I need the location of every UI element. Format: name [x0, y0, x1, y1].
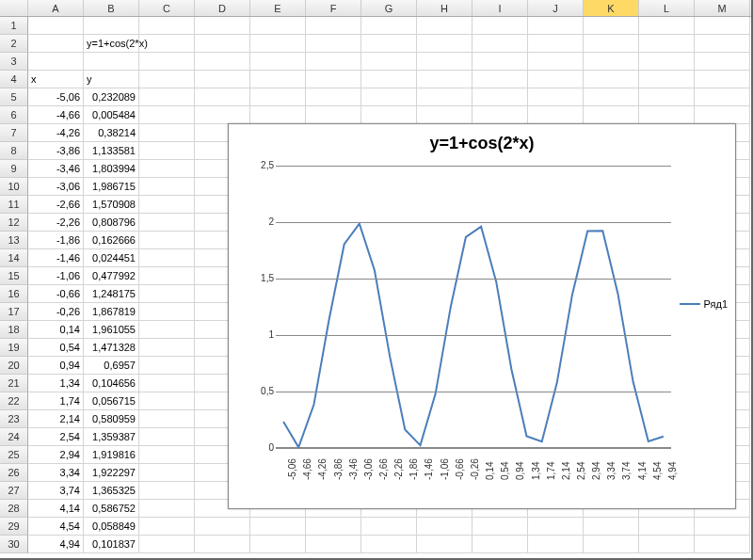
- col-header-M[interactable]: M: [695, 0, 750, 16]
- cell-A8[interactable]: -3,86: [28, 142, 84, 160]
- cell-J1[interactable]: [528, 17, 584, 35]
- cell-I29[interactable]: [473, 518, 528, 536]
- cell-A20[interactable]: 0,94: [28, 357, 84, 375]
- cell-C6[interactable]: [139, 106, 195, 124]
- cell-K3[interactable]: [584, 53, 639, 71]
- cell-G1[interactable]: [361, 17, 417, 35]
- cell-B19[interactable]: 1,471328: [84, 339, 139, 357]
- cell-B5[interactable]: 0,232089: [84, 88, 139, 106]
- cell-B1[interactable]: [84, 17, 139, 35]
- select-all-corner[interactable]: [0, 0, 28, 16]
- cell-E2[interactable]: [250, 35, 306, 53]
- cell-C28[interactable]: [139, 500, 195, 518]
- cell-A9[interactable]: -3,46: [28, 160, 84, 178]
- col-header-F[interactable]: F: [306, 0, 361, 16]
- cell-B22[interactable]: 0,056715: [84, 392, 139, 410]
- cell-K29[interactable]: [584, 518, 639, 536]
- cell-J6[interactable]: [528, 106, 584, 124]
- cell-L1[interactable]: [639, 17, 695, 35]
- cell-B30[interactable]: 0,101837: [84, 536, 139, 553]
- cell-H3[interactable]: [417, 53, 473, 71]
- row-header-8[interactable]: 8: [0, 142, 28, 160]
- cell-A29[interactable]: 4,54: [28, 518, 84, 536]
- col-header-A[interactable]: A: [28, 0, 84, 16]
- cell-B12[interactable]: 0,808796: [84, 214, 139, 232]
- cell-D5[interactable]: [195, 88, 250, 106]
- row-header-17[interactable]: 17: [0, 303, 28, 321]
- col-header-H[interactable]: H: [417, 0, 473, 16]
- cell-G29[interactable]: [361, 518, 417, 536]
- cell-A19[interactable]: 0,54: [28, 339, 84, 357]
- cell-K5[interactable]: [584, 88, 639, 106]
- col-header-L[interactable]: L: [639, 0, 695, 16]
- cell-E6[interactable]: [250, 106, 306, 124]
- cell-A7[interactable]: -4,26: [28, 124, 84, 142]
- row-header-21[interactable]: 21: [0, 375, 28, 392]
- cell-B16[interactable]: 1,248175: [84, 285, 139, 303]
- cell-B29[interactable]: 0,058849: [84, 518, 139, 536]
- cell-I30[interactable]: [473, 536, 528, 553]
- cell-B21[interactable]: 0,104656: [84, 375, 139, 392]
- cell-C13[interactable]: [139, 232, 195, 249]
- cell-B20[interactable]: 0,6957: [84, 357, 139, 375]
- cell-A27[interactable]: 3,74: [28, 482, 84, 500]
- cell-B10[interactable]: 1,986715: [84, 178, 139, 196]
- col-header-B[interactable]: B: [84, 0, 139, 16]
- cell-M4[interactable]: [695, 71, 750, 88]
- cell-F6[interactable]: [306, 106, 361, 124]
- cell-A25[interactable]: 2,94: [28, 446, 84, 464]
- cell-L29[interactable]: [639, 518, 695, 536]
- cell-C2[interactable]: [139, 35, 195, 53]
- cell-M3[interactable]: [695, 53, 750, 71]
- cell-C23[interactable]: [139, 410, 195, 428]
- cell-G6[interactable]: [361, 106, 417, 124]
- cell-F5[interactable]: [306, 88, 361, 106]
- row-header-23[interactable]: 23: [0, 410, 28, 428]
- cell-L3[interactable]: [639, 53, 695, 71]
- cell-I5[interactable]: [473, 88, 528, 106]
- row-header-25[interactable]: 25: [0, 446, 28, 464]
- cell-K6[interactable]: [584, 106, 639, 124]
- cell-C8[interactable]: [139, 142, 195, 160]
- cell-L6[interactable]: [639, 106, 695, 124]
- row-header-12[interactable]: 12: [0, 214, 28, 232]
- cell-C5[interactable]: [139, 88, 195, 106]
- row-header-5[interactable]: 5: [0, 88, 28, 106]
- row-header-13[interactable]: 13: [0, 232, 28, 249]
- cell-C14[interactable]: [139, 249, 195, 267]
- cell-E4[interactable]: [250, 71, 306, 88]
- cell-C17[interactable]: [139, 303, 195, 321]
- cell-C27[interactable]: [139, 482, 195, 500]
- cell-A18[interactable]: 0,14: [28, 321, 84, 339]
- cell-D1[interactable]: [195, 17, 250, 35]
- cell-H1[interactable]: [417, 17, 473, 35]
- cell-C4[interactable]: [139, 71, 195, 88]
- cell-A28[interactable]: 4,14: [28, 500, 84, 518]
- row-header-26[interactable]: 26: [0, 464, 28, 482]
- cell-D3[interactable]: [195, 53, 250, 71]
- cell-B27[interactable]: 1,365325: [84, 482, 139, 500]
- cell-B24[interactable]: 1,359387: [84, 428, 139, 446]
- cell-C24[interactable]: [139, 428, 195, 446]
- cell-C10[interactable]: [139, 178, 195, 196]
- cell-H6[interactable]: [417, 106, 473, 124]
- col-header-G[interactable]: G: [361, 0, 417, 16]
- cell-D30[interactable]: [195, 536, 250, 553]
- row-header-19[interactable]: 19: [0, 339, 28, 357]
- cell-B26[interactable]: 1,922297: [84, 464, 139, 482]
- cell-E29[interactable]: [250, 518, 306, 536]
- cell-I1[interactable]: [473, 17, 528, 35]
- cell-A23[interactable]: 2,14: [28, 410, 84, 428]
- cell-E5[interactable]: [250, 88, 306, 106]
- cell-B6[interactable]: 0,005484: [84, 106, 139, 124]
- col-header-I[interactable]: I: [473, 0, 528, 16]
- cell-H2[interactable]: [417, 35, 473, 53]
- cell-B8[interactable]: 1,133581: [84, 142, 139, 160]
- cell-C9[interactable]: [139, 160, 195, 178]
- cell-M5[interactable]: [695, 88, 750, 106]
- cell-D2[interactable]: [195, 35, 250, 53]
- cell-B13[interactable]: 0,162666: [84, 232, 139, 249]
- row-header-1[interactable]: 1: [0, 17, 28, 35]
- cell-A11[interactable]: -2,66: [28, 196, 84, 214]
- cell-A2[interactable]: [28, 35, 84, 53]
